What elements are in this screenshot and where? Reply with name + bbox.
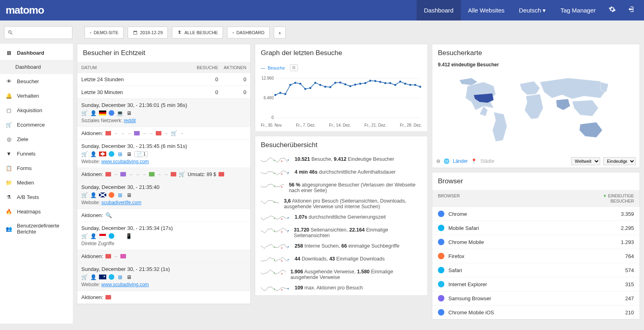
chart-settings-icon[interactable]: ⚙ (290, 64, 298, 71)
arrow-icon: → (127, 131, 132, 136)
sparkline (261, 169, 290, 177)
cart-action-icon[interactable]: 🛒 (171, 130, 177, 136)
sidebar-item-custom-reports[interactable]: 👥Benutzerdefinierte Berichte (0, 219, 73, 239)
svg-point-41 (288, 172, 289, 174)
browser-value: 574 (625, 267, 634, 273)
sidebar-sub-dashboard[interactable]: Dashboard (0, 60, 73, 74)
visit-entry[interactable]: Sunday, December 30, - 21:35:32 (1s) 🛒 👤… (77, 263, 250, 291)
country-flag-icon (99, 111, 106, 115)
visit-entry[interactable]: Sunday, December 30, - 21:35:40 🛒 👤 ⊞ 🖥 … (77, 181, 250, 209)
svg-point-56 (288, 246, 289, 248)
search-input[interactable] (4, 26, 72, 39)
top-header: matomo Dashboard Alle Websites Deutsch ▾… (0, 0, 644, 20)
pageview-icon[interactable] (219, 172, 224, 176)
pageview-icon[interactable] (105, 131, 111, 135)
svg-point-61 (281, 273, 283, 275)
referrer-link[interactable]: www.scubadiving.com (101, 159, 149, 164)
pageview-icon[interactable] (120, 172, 126, 176)
sidebar-item-dashboard[interactable]: ⊞Dashboard (0, 45, 73, 60)
pageview-icon[interactable] (149, 172, 155, 176)
visit-entry[interactable]: Sunday, December 30, - 21:35:34 (17s) 🛒 … (77, 222, 250, 250)
sidebar-item-forms[interactable]: 📋Forms (0, 161, 73, 175)
metric-text: 31.720 Seitenansichten, 22.164 Einmalige… (294, 227, 422, 238)
collapse-button[interactable] (274, 27, 286, 39)
pageview-icon[interactable] (171, 172, 176, 176)
nav-dashboard[interactable]: Dashboard (417, 0, 460, 20)
referrer-link[interactable]: www.scubadiving.com (101, 282, 149, 287)
user-icon: 👤 (90, 274, 97, 280)
cities-link[interactable]: Städte (480, 158, 494, 164)
browser-row[interactable]: Internet Explorer315 (432, 277, 640, 291)
globe-icon[interactable]: 🌐 (444, 158, 450, 164)
browser-icon (438, 309, 444, 316)
nav-all-websites[interactable]: Alle Websites (461, 0, 512, 20)
visit-timestamp: Sunday, December 30, - 21:35:45 (6 min 5… (81, 143, 246, 149)
header-nav: Dashboard Alle Websites Deutsch ▾ Tag Ma… (417, 0, 640, 20)
sidebar-item-abtests[interactable]: ⚗A/B Tests (0, 190, 73, 204)
visit-entry[interactable]: Sunday, December 30, - 21:36:01 (5 min 3… (77, 99, 250, 127)
browser-icon (438, 239, 444, 245)
visit-entry[interactable]: Sunday, December 30, - 21:35:45 (6 min 5… (77, 140, 250, 168)
sidebar-item-heatmaps[interactable]: 🔥Heatmaps (0, 204, 73, 219)
line-chart[interactable]: 06.48012.960 (261, 76, 423, 120)
pageview-icon[interactable] (156, 131, 161, 135)
browser-icon (109, 110, 114, 116)
pageview-icon[interactable] (120, 254, 126, 258)
svg-point-58 (281, 260, 283, 262)
nav-language[interactable]: Deutsch ▾ (512, 0, 553, 20)
referrer-link[interactable]: reddit (124, 118, 136, 123)
visit-actions-row: Aktionen: 🔍 (77, 209, 250, 222)
user-icon: 👤 (90, 151, 97, 157)
metric-text: 44 Downloads, 43 Einmalige Downloads (295, 256, 385, 262)
visit-timestamp: Sunday, December 30, - 21:36:01 (5 min 3… (81, 102, 246, 108)
world-map[interactable] (438, 70, 634, 150)
browser-row[interactable]: Chrome Mobile iOS210 (432, 305, 640, 319)
browser-row[interactable]: Firefox764 (432, 249, 640, 263)
gear-icon[interactable] (603, 6, 621, 15)
metric-text: 10.521 Besuche, 9.412 Eindeutige Besuche… (295, 156, 394, 162)
sparkline (261, 214, 290, 222)
segment-selector[interactable]: ALLE BESUCHE (172, 27, 223, 39)
metric-row: 10.521 Besuche, 9.412 Eindeutige Besuche… (255, 154, 427, 167)
pageview-icon[interactable] (105, 172, 111, 176)
sidebar-item-goals[interactable]: ◎Ziele (0, 132, 73, 146)
user-icon: 👤 (90, 192, 97, 198)
zoom-out-icon[interactable]: ⊖ (436, 158, 440, 164)
pageview-icon[interactable] (105, 254, 111, 258)
search-action-icon: 🔍 (105, 212, 112, 218)
sidebar-item-ecommerce[interactable]: 🛒Ecommerce (0, 117, 73, 132)
sidebar-item-media[interactable]: 📁Medien (0, 175, 73, 190)
browser-row[interactable]: Mobile Safari2.295 (432, 221, 640, 235)
metric-row: 3,6 Aktionen pro Besuch (Seitenansichten… (255, 196, 427, 212)
svg-point-16 (324, 86, 326, 88)
svg-point-22 (354, 84, 356, 86)
region-select[interactable]: Weltweit (571, 157, 600, 165)
sidebar-item-behaviour[interactable]: 🔔Verhalten (0, 88, 73, 103)
browser-row[interactable]: Chrome3.359 (432, 207, 640, 221)
referrer-link[interactable]: scubadiverlife.com (101, 200, 141, 205)
browser-row[interactable]: Chrome Mobile1.293 (432, 235, 640, 249)
site-selector[interactable]: •DEMO-SITE (85, 27, 124, 39)
cart-action-icon[interactable]: 🛒 (179, 171, 185, 177)
browser-row[interactable]: Safari574 (432, 263, 640, 277)
browser-row[interactable]: Samsung Browser247 (432, 291, 640, 305)
metric-text: 3,6 Aktionen pro Besuch (Seitenansichten… (284, 198, 422, 209)
sidebar-item-funnels[interactable]: ▼Funnels (0, 146, 73, 161)
sidebar-item-acquisition[interactable]: ▢Akquisition (0, 103, 73, 117)
svg-point-43 (281, 187, 283, 188)
svg-point-14 (314, 82, 316, 84)
date-selector[interactable]: 2018-12-29 (128, 27, 168, 39)
metric-row: 258 Interne Suchen, 66 einmalige Suchbeg… (255, 241, 427, 254)
sidebar-item-visitors[interactable]: 👁Besucher (0, 74, 73, 88)
metric-text: 4 min 46s durchschnittliche Aufenthaltsd… (295, 169, 396, 175)
dashboard-selector[interactable]: •DASHBOARD (227, 27, 270, 39)
countries-link[interactable]: Länder (453, 158, 468, 164)
country-flag-icon (99, 193, 106, 197)
metric-select[interactable]: Eindeutige Besucher (603, 157, 636, 165)
pageview-icon[interactable] (134, 131, 140, 135)
pageview-icon[interactable] (105, 295, 111, 299)
nav-tag-manager[interactable]: Tag Manager (553, 0, 603, 20)
realtime-table-head: DATUM BESUCHE AKTIONEN (77, 62, 250, 73)
signout-icon[interactable] (621, 6, 640, 15)
map-controls: ⊖ 🌐 Länder 📍 Städte Weltweit Eindeutige … (432, 155, 640, 168)
